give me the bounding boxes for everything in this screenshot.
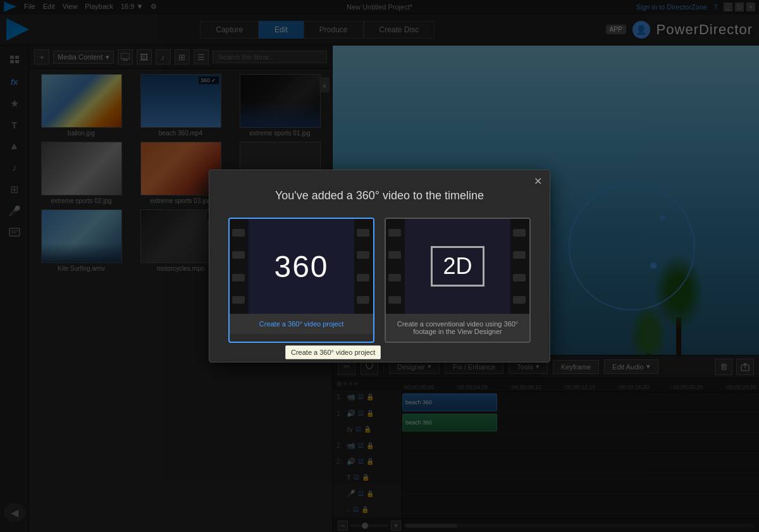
modal-overlay[interactable]: ✕ You've added a 360° video to the timel…	[0, 0, 759, 532]
film-hole	[232, 229, 245, 237]
tooltip: Create a 360° video project	[285, 345, 381, 359]
film-hole	[513, 274, 526, 281]
option-360-label: Create a 360° video project	[230, 314, 373, 334]
film-hole	[357, 251, 369, 259]
film-hole	[357, 274, 369, 281]
film-hole	[513, 251, 526, 259]
film-hole	[388, 274, 401, 281]
modal-dialog: ✕ You've added a 360° video to the timel…	[209, 170, 550, 362]
option-360[interactable]: 360 Create a 360° video project	[228, 218, 374, 343]
film-strip-right	[354, 219, 373, 314]
film-hole	[357, 229, 369, 237]
film-hole	[388, 296, 401, 304]
film-hole	[388, 229, 401, 237]
option-2d-badge: 2D	[431, 246, 484, 287]
option-360-badge: 360	[274, 249, 328, 284]
film-hole	[357, 296, 369, 304]
film-hole	[232, 251, 245, 259]
option-360-preview: 360	[230, 219, 373, 314]
film-strip-left	[230, 219, 249, 314]
film-hole	[232, 296, 245, 304]
option-2d-label: Create a conventional video using 360° f…	[386, 314, 529, 342]
modal-title: You've added a 360° video to the timelin…	[228, 189, 531, 202]
option-2d-preview: 2D	[386, 219, 529, 314]
film-hole	[513, 296, 526, 304]
modal-options: 360 Create a 360° video project	[228, 218, 531, 343]
film-hole	[388, 251, 401, 259]
film-strip-right-2d	[510, 219, 529, 314]
modal-close-button[interactable]: ✕	[534, 176, 542, 187]
film-hole	[513, 229, 526, 237]
option-360-link[interactable]: Create a 360° video project	[259, 320, 343, 328]
option-2d[interactable]: 2D Create a conventional video using 360…	[385, 218, 531, 343]
film-strip-left-2d	[386, 219, 405, 314]
film-hole	[232, 274, 245, 281]
